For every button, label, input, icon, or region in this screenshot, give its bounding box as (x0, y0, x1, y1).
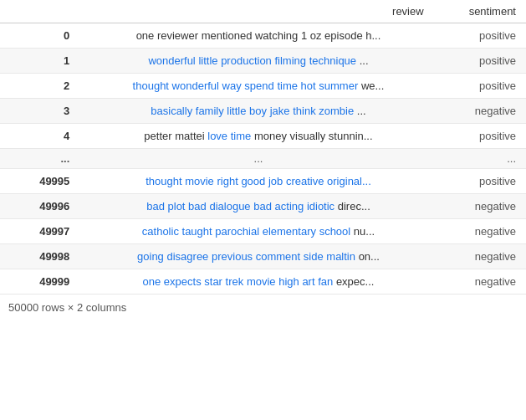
table-row: 49996bad plot bad dialogue bad acting id… (0, 194, 526, 219)
row-sentiment: negative (434, 269, 526, 295)
highlighted-word: art (302, 275, 314, 288)
row-index: 0 (0, 23, 83, 49)
highlighted-word: bad (253, 200, 272, 213)
row-review: catholic taught parochial elementary sch… (83, 219, 433, 244)
highlighted-word: trek (226, 275, 244, 288)
highlighted-word: previous (212, 250, 253, 263)
row-sentiment: negative (434, 99, 526, 124)
table-row: 49999one expects star trek movie high ar… (0, 269, 526, 295)
row-sentiment: negative (434, 219, 526, 244)
highlighted-word: production (221, 54, 272, 67)
highlighted-word: love (207, 130, 227, 142)
highlighted-word: bad (146, 200, 165, 213)
highlighted-word: hot (301, 79, 316, 92)
highlighted-word: dialogue (209, 200, 250, 213)
ellipsis-cell: ... (0, 149, 83, 169)
highlighted-word: good (241, 175, 265, 187)
highlighted-word: idiotic (307, 200, 334, 213)
highlighted-word: plot (168, 200, 186, 213)
highlighted-word: basically (151, 105, 192, 117)
highlighted-word: movie (185, 175, 214, 187)
highlighted-word: little (227, 105, 246, 117)
highlighted-word: zombie (319, 105, 354, 117)
highlighted-word: expects (164, 275, 202, 288)
row-review: one expects star trek movie high art fan… (83, 269, 433, 295)
row-index: 49997 (0, 219, 83, 244)
highlighted-word: technique (309, 54, 356, 67)
highlighted-word: summer (319, 79, 358, 92)
row-review: going disagree previous comment side mal… (83, 244, 433, 269)
highlighted-word: thought (133, 79, 169, 92)
highlighted-word: going (137, 250, 164, 263)
row-sentiment: positive (434, 49, 526, 74)
highlighted-word: little (198, 54, 217, 67)
highlighted-word: filming (274, 54, 306, 67)
highlighted-word: bad (188, 200, 207, 213)
row-sentiment: positive (434, 124, 526, 149)
row-index: 49995 (0, 169, 83, 194)
highlighted-word: star (204, 275, 222, 288)
row-sentiment: negative (434, 194, 526, 219)
highlighted-word: wonderful (172, 79, 219, 92)
highlighted-word: catholic (142, 225, 179, 238)
row-index: 4 (0, 124, 83, 149)
row-review: wonderful little production filming tech… (83, 49, 433, 74)
highlighted-word: high (278, 275, 299, 288)
highlighted-word: boy (249, 105, 267, 117)
review-header: review (83, 0, 433, 23)
sentiment-header: sentiment (434, 0, 526, 23)
index-header (0, 0, 83, 23)
highlighted-word: acting (275, 200, 304, 213)
highlighted-word: taught (182, 225, 212, 238)
row-sentiment: negative (434, 244, 526, 269)
highlighted-word: maltin (326, 250, 355, 263)
table-row: 49998going disagree previous comment sid… (0, 244, 526, 269)
row-review: thought wonderful way spend time hot sum… (83, 74, 433, 99)
table-footer: 50000 rows × 2 columns (0, 295, 526, 320)
row-index: 49998 (0, 244, 83, 269)
row-sentiment: positive (434, 74, 526, 99)
highlighted-word: creative (286, 175, 324, 187)
highlighted-word: comment (256, 250, 300, 263)
highlighted-word: disagree (166, 250, 208, 263)
ellipsis-cell: ... (434, 149, 526, 169)
highlighted-word: thought (146, 175, 181, 187)
table-row: 49997catholic taught parochial elementar… (0, 219, 526, 244)
highlighted-word: time (231, 130, 252, 142)
highlighted-word: think (293, 105, 315, 117)
row-index: 2 (0, 74, 83, 99)
data-table: review sentiment 0one reviewer mentioned… (0, 0, 526, 320)
row-sentiment: positive (434, 23, 526, 49)
highlighted-word: spend (244, 79, 273, 92)
highlighted-word: elementary (263, 225, 316, 238)
highlighted-word: jake (270, 105, 290, 117)
row-index: 49999 (0, 269, 83, 295)
highlighted-word: time (277, 79, 298, 92)
highlighted-word: job (268, 175, 283, 187)
table-row: 2thought wonderful way spend time hot su… (0, 74, 526, 99)
highlighted-word: wonderful (148, 54, 195, 67)
row-review: one reviewer mentioned watching 1 oz epi… (83, 23, 433, 49)
table-row: 4petter mattei love time money visually … (0, 124, 526, 149)
highlighted-word: right (217, 175, 237, 187)
table-row: 1wonderful little production filming tec… (0, 49, 526, 74)
row-review: basically family little boy jake think z… (83, 99, 433, 124)
row-review: thought movie right good job creative or… (83, 169, 433, 194)
row-review: bad plot bad dialogue bad acting idiotic… (83, 194, 433, 219)
highlighted-word: school (319, 225, 351, 238)
ellipsis-row: ......... (0, 149, 526, 169)
ellipsis-cell: ... (83, 149, 433, 169)
row-index: 3 (0, 99, 83, 124)
highlighted-word: family (196, 105, 224, 117)
highlighted-word: one (143, 275, 161, 288)
row-index: 49996 (0, 194, 83, 219)
highlighted-word: side (304, 250, 324, 263)
row-sentiment: positive (434, 169, 526, 194)
highlighted-word: fan (318, 275, 333, 288)
highlighted-word: original... (327, 175, 371, 187)
table-row: 0one reviewer mentioned watching 1 oz ep… (0, 23, 526, 49)
highlighted-word: parochial (215, 225, 259, 238)
row-index: 1 (0, 49, 83, 74)
table-row: 49995thought movie right good job creati… (0, 169, 526, 194)
highlighted-word: way (222, 79, 242, 92)
